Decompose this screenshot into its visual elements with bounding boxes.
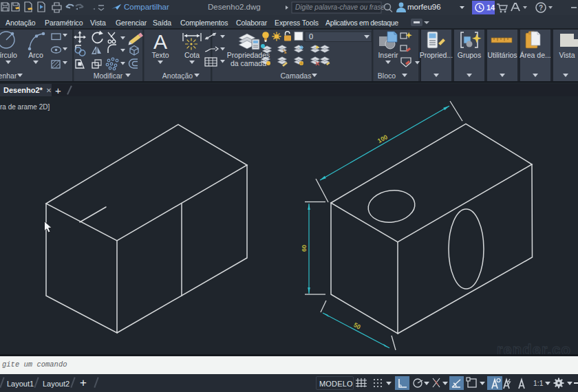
- svg-text:Vista: Vista: [559, 51, 575, 59]
- svg-text:1:1: 1:1: [533, 379, 544, 387]
- svg-text:da camada: da camada: [231, 59, 266, 67]
- svg-text:Arco: Arco: [28, 51, 43, 59]
- svg-text:?: ?: [539, 4, 543, 12]
- svg-text:Grupos: Grupos: [458, 51, 481, 59]
- svg-text:0: 0: [309, 32, 313, 41]
- svg-text:Texto: Texto: [151, 51, 169, 59]
- svg-text:Utilitários: Utilitários: [487, 51, 517, 59]
- svg-text:enhar: enhar: [0, 72, 17, 80]
- svg-text:Cota: Cota: [184, 51, 200, 59]
- svg-text:Bloco: Bloco: [378, 72, 396, 80]
- svg-text:render.co: render.co: [497, 341, 571, 354]
- svg-text:Camadas: Camadas: [281, 72, 312, 80]
- svg-text:100: 100: [376, 133, 389, 144]
- svg-text:Modificar: Modificar: [94, 72, 123, 80]
- svg-text:Inserir: Inserir: [378, 51, 398, 59]
- svg-text:Propriedades: Propriedades: [227, 51, 270, 59]
- svg-text:Propried...: Propried...: [420, 51, 453, 59]
- svg-text:írculo: írculo: [0, 51, 17, 59]
- svg-text:Anotação: Anotação: [162, 72, 193, 80]
- svg-text:60: 60: [301, 245, 308, 252]
- svg-text:A: A: [153, 30, 167, 53]
- svg-text:Área de...: Área de...: [520, 51, 551, 59]
